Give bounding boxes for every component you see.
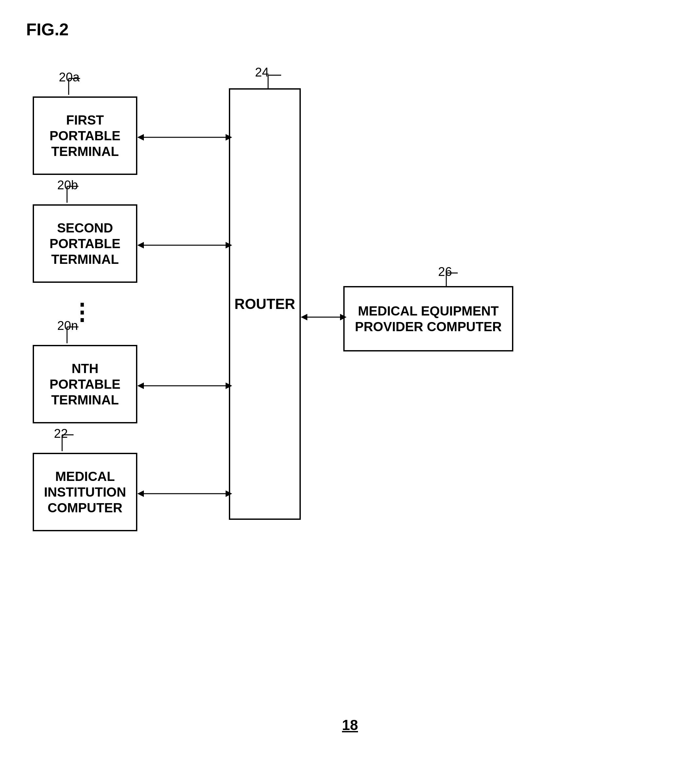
svg-marker-15 xyxy=(226,383,232,389)
medical-equipment-ref-line xyxy=(445,270,464,289)
svg-marker-5 xyxy=(226,134,232,141)
nth-terminal-ref-line xyxy=(65,324,85,347)
first-terminal-box: FIRST PORTABLE TERMINAL xyxy=(33,97,137,175)
medical-institution-arrow xyxy=(137,486,232,502)
svg-marker-25 xyxy=(301,314,307,320)
medical-equipment-box: MEDICAL EQUIPMENT PROVIDER COMPUTER xyxy=(343,286,513,351)
svg-marker-10 xyxy=(226,242,232,248)
svg-marker-20 xyxy=(226,491,232,497)
second-terminal-arrow xyxy=(137,237,232,253)
svg-marker-26 xyxy=(340,314,347,320)
second-terminal-ref-line xyxy=(65,183,85,206)
first-terminal-arrow xyxy=(137,129,232,146)
medical-institution-box: MEDICAL INSTITUTION COMPUTER xyxy=(33,453,137,531)
first-terminal-ref-line xyxy=(67,75,87,98)
figure-label: FIG.2 xyxy=(26,20,69,39)
svg-marker-16 xyxy=(137,383,144,389)
medical-institution-ref-line xyxy=(60,432,80,454)
second-terminal-box: SECOND PORTABLE TERMINAL xyxy=(33,204,137,283)
svg-marker-21 xyxy=(137,491,144,497)
medical-equipment-arrow xyxy=(301,309,347,325)
svg-marker-11 xyxy=(137,242,144,248)
page-number: 18 xyxy=(342,717,358,733)
svg-marker-6 xyxy=(137,134,144,141)
nth-terminal-box: NTH PORTABLE TERMINAL xyxy=(33,345,137,423)
router-block xyxy=(229,88,301,520)
nth-terminal-arrow xyxy=(137,378,232,394)
router-ref-line xyxy=(265,72,291,92)
